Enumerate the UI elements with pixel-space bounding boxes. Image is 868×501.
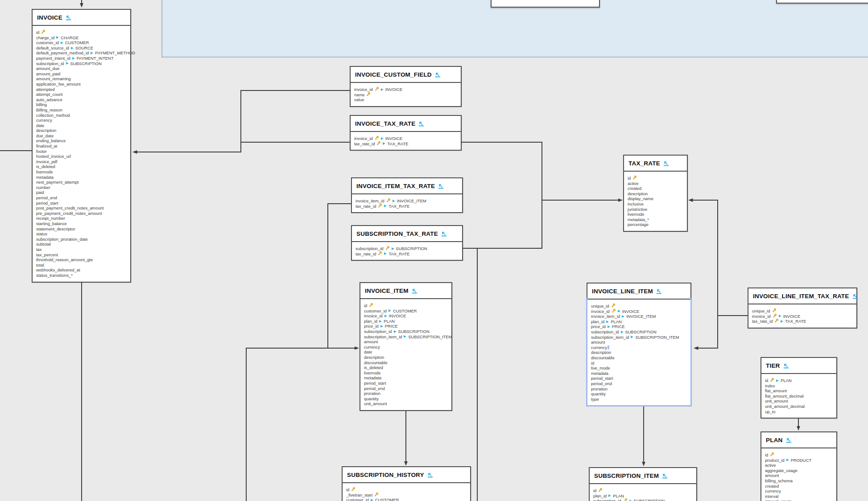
entity-plan[interactable]: PLANidproduct_idPRODUCTactiveaggregate_u… (761, 431, 837, 501)
field-plan_id[interactable]: plan_idPLAN (593, 493, 693, 499)
field-price_id[interactable]: price_idPRICE (591, 324, 687, 329)
field-_fivetran_start[interactable]: _fivetran_start (346, 493, 467, 498)
field-description[interactable]: description (364, 355, 448, 360)
entity-header[interactable]: PLAN (761, 432, 836, 448)
field-hosted_invoice_url[interactable]: hosted_invoice_url (36, 154, 127, 159)
expand-icon[interactable] (418, 121, 424, 127)
field-customer_id[interactable]: customer_idCUSTOMER (364, 308, 448, 314)
field-tax_rate_id[interactable]: tax_rate_idTAX_RATE (355, 251, 459, 257)
field-index[interactable]: index (765, 383, 833, 389)
entity-invoice_item[interactable]: INVOICE_ITEMidcustomer_idCUSTOMERinvoice… (360, 282, 452, 411)
field-tax_percent[interactable]: tax_percent (36, 252, 127, 258)
field-unit_amount_decimal[interactable]: unit_amount_decimal (765, 404, 833, 409)
field-proration[interactable]: proration (364, 391, 448, 396)
field-tax_rate_id[interactable]: tax_rate_idTAX_RATE (354, 141, 457, 147)
field-flat_amount_decimal[interactable]: flat_amount_decimal (765, 394, 833, 399)
field-billing_schema[interactable]: billing_schema (765, 478, 833, 484)
field-attempt_count[interactable]: attempt_count (36, 92, 127, 97)
field-unique_id[interactable]: unique_id (752, 308, 853, 314)
field-ending_balance[interactable]: ending_balance (36, 138, 127, 144)
entity-subscription_history[interactable]: SUBSCRIPTION_HISTORYid_fivetran_startcus… (342, 466, 471, 501)
field-id[interactable]: id (346, 487, 467, 493)
expand-icon[interactable] (441, 231, 447, 237)
field-subscription_id[interactable]: subscription_idSUBSCRIPTION (36, 61, 127, 66)
field-proration[interactable]: proration (591, 386, 687, 392)
entity-header[interactable]: INVOICE (33, 10, 130, 26)
field-webhooks_delivered_at[interactable]: webhooks_delivered_at (36, 267, 127, 273)
field-period_start[interactable]: period_start (591, 376, 687, 381)
field-amount[interactable]: amount (364, 339, 448, 345)
field-status_transitions_*[interactable]: status_transitions_* (36, 273, 127, 278)
field-livemode[interactable]: livemode (36, 169, 127, 175)
field-tax_rate_id[interactable]: tax_rate_idTAX_RATE (752, 319, 853, 324)
field-footer[interactable]: footer (36, 149, 127, 154)
field-unit_amount[interactable]: unit_amount (364, 401, 448, 407)
entity-header[interactable]: SUBSCRIPTION_ITEM (590, 468, 696, 484)
field-created[interactable]: created (628, 186, 683, 191)
field-description[interactable]: description (628, 191, 683, 197)
field-plan_id[interactable]: plan_idPLAN (364, 319, 448, 324)
field-inclusive[interactable]: inclusive (628, 201, 683, 207)
field-subscription_item_id[interactable]: subscription_item_idSUBSCRIPTION_ITEM (591, 335, 687, 340)
field-collection_method[interactable]: collection_method (36, 113, 127, 118)
highlight-region[interactable] (161, 0, 868, 57)
field-is_deleted[interactable]: is_deleted (36, 164, 127, 169)
partial-entity-box[interactable] (491, 0, 600, 8)
field-finalized_at[interactable]: finalized_at (36, 144, 127, 149)
field-invoice_id[interactable]: invoice_idINVOICE (354, 136, 457, 141)
field-quantity[interactable]: quantity (591, 391, 687, 397)
field-receipt_number[interactable]: receipt_number (36, 216, 127, 221)
field-flat_amount[interactable]: flat_amount (765, 388, 833, 394)
entity-invoice_tax_rate[interactable]: INVOICE_TAX_RATEinvoice_idINVOICEtax_rat… (350, 115, 462, 151)
field-name[interactable]: name (354, 92, 457, 98)
entity-invoice_custom_field[interactable]: INVOICE_CUSTOM_FIELDinvoice_idINVOICEnam… (350, 66, 462, 107)
field-subscription_id[interactable]: subscription_idSUBSCRIPTION (593, 498, 693, 501)
field-customer_id[interactable]: customer_idCUSTOMER (346, 497, 467, 501)
field-invoice_id[interactable]: invoice_idINVOICE (354, 87, 457, 92)
field-metadata[interactable]: metadata (36, 175, 127, 180)
field-tax_rate_id[interactable]: tax_rate_idTAX_RATE (355, 204, 459, 209)
field-starting_balance[interactable]: starting_balance (36, 221, 127, 226)
field-currency[interactable]: currency (765, 489, 833, 494)
field-status[interactable]: status (36, 231, 127, 237)
field-invoice_id[interactable]: invoice_idINVOICE (752, 314, 853, 319)
field-active[interactable]: active (628, 181, 683, 186)
expand-icon[interactable] (427, 472, 433, 478)
field-active[interactable]: active (765, 463, 833, 468)
field-description[interactable]: description (36, 128, 127, 133)
field-billing[interactable]: billing (36, 102, 127, 107)
field-display_name[interactable]: display_name (628, 196, 683, 201)
field-unique_id[interactable]: unique_id (591, 304, 687, 309)
field-amount[interactable]: amount (765, 473, 833, 478)
field-Billing_reason[interactable]: Billing_reason (36, 107, 127, 113)
expand-icon[interactable] (783, 363, 789, 369)
field-invoice_pdf[interactable]: invoice_pdf (36, 159, 127, 164)
field-id[interactable]: idPLAN (765, 378, 833, 383)
field-currency[interactable]: currency (591, 345, 687, 350)
field-period_end[interactable]: period_end (591, 381, 687, 386)
field-amount_due[interactable]: amount_due (36, 66, 127, 71)
field-date[interactable]: date (36, 123, 127, 128)
field-value[interactable]: value (354, 97, 457, 103)
field-price_id[interactable]: price_idPRICE (364, 324, 448, 329)
field-description[interactable]: description (591, 350, 687, 355)
field-is_deleted[interactable]: is_deleted (364, 365, 448, 370)
entity-subscription_item[interactable]: SUBSCRIPTION_ITEMidplan_idPLANsubscripti… (589, 467, 697, 501)
field-date[interactable]: date (364, 349, 448, 355)
field-next_payment_attempt[interactable]: next_payment_attempt (36, 180, 127, 185)
field-livemode[interactable]: livemode (628, 212, 683, 217)
entity-header[interactable]: INVOICE_ITEM (360, 283, 451, 299)
expand-icon[interactable] (663, 160, 669, 166)
field-type[interactable]: type (591, 397, 687, 402)
field-percentage[interactable]: percentage (628, 222, 683, 227)
entity-header[interactable]: INVOICE_TAX_RATE (351, 116, 461, 132)
field-live_mode[interactable]: live_mode (591, 365, 687, 371)
field-amount_paid[interactable]: amount_paid (36, 71, 127, 77)
entity-invoice_line_item_tax_rate[interactable]: INVOICE_LINE_ITEM_TAX_RATEunique_idinvoi… (748, 287, 857, 329)
field-period_end[interactable]: period_end (36, 195, 127, 201)
field-amount_remaining[interactable]: amount_remaining (36, 76, 127, 82)
field-discountable[interactable]: discountable (591, 355, 687, 361)
field-period_end[interactable]: period_end (364, 386, 448, 391)
field-plan_id[interactable]: plan_idPLAN (591, 319, 687, 324)
field-period_start[interactable]: period_start (36, 201, 127, 206)
